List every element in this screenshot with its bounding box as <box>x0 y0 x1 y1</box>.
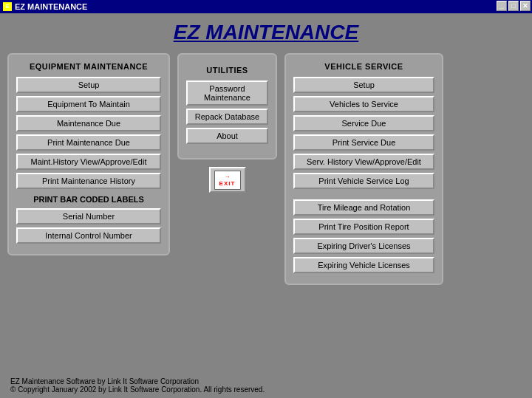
tire-mileage-button[interactable]: Tire Mileage and Rotation <box>293 199 434 216</box>
title-bar: E EZ MAINTENANCE _ □ ✕ <box>0 0 532 13</box>
footer-line1: EZ Maintenance Software by Link It Softw… <box>10 377 265 385</box>
maint-history-button[interactable]: Maint.History View/Approve/Edit <box>16 154 161 170</box>
middle-column: UTILITIES Password Maintenance Repack Da… <box>177 53 277 193</box>
window-title: EZ MAINTENANCE <box>15 2 87 11</box>
exit-arrow-icon: → <box>225 174 231 180</box>
print-maintenance-history-button[interactable]: Print Maintenance History <box>16 173 161 189</box>
equipment-panel-title: EQUIPMENT MAINTENANCE <box>16 62 161 71</box>
setup-equipment-button[interactable]: Setup <box>16 77 161 93</box>
serv-history-button[interactable]: Serv. History View/Approve/Edit <box>293 154 434 170</box>
serial-number-button[interactable]: Serial Number <box>16 208 161 224</box>
utilities-panel: UTILITIES Password Maintenance Repack Da… <box>177 53 277 159</box>
exit-button[interactable]: → EXIT <box>209 167 246 193</box>
app-title: EZ MAINTENANCE <box>7 21 525 44</box>
main-content: EZ MAINTENANCE EQUIPMENT MAINTENANCE Set… <box>0 13 532 398</box>
expiring-drivers-licenses-button[interactable]: Expiring Driver's Licenses <box>293 238 434 254</box>
maximize-button[interactable]: □ <box>508 1 519 11</box>
panels-row: EQUIPMENT MAINTENANCE Setup Equipment To… <box>7 53 525 285</box>
vehicles-to-service-button[interactable]: Vehicles to Service <box>293 96 434 112</box>
exit-sign: → EXIT <box>214 171 241 190</box>
equipment-to-maintain-button[interactable]: Equipment To Maintain <box>16 96 161 112</box>
about-button[interactable]: About <box>186 128 268 144</box>
labels-section-title: PRINT BAR CODED LABELS <box>16 195 161 204</box>
print-maintenance-due-button[interactable]: Print Maintenance Due <box>16 134 161 151</box>
vehicle-panel: VEHICLE SERVICE Setup Vehicles to Servic… <box>284 53 443 285</box>
vehicle-panel-title: VEHICLE SERVICE <box>293 62 434 71</box>
exit-label: EXIT <box>219 180 236 187</box>
print-service-due-button[interactable]: Print Service Due <box>293 134 434 151</box>
app-icon: E <box>3 2 12 11</box>
close-button[interactable]: ✕ <box>520 1 531 11</box>
footer-line2: © Copyright January 2002 by Link It Soft… <box>10 385 265 394</box>
utilities-panel-title: UTILITIES <box>186 66 268 75</box>
minimize-button[interactable]: _ <box>497 1 507 11</box>
footer: EZ Maintenance Software by Link It Softw… <box>10 377 265 394</box>
expiring-vehicle-licenses-button[interactable]: Expiring Vehicle Licenses <box>293 257 434 273</box>
window-controls[interactable]: _ □ ✕ <box>497 1 531 11</box>
exit-container: → EXIT <box>209 167 246 193</box>
setup-vehicle-button[interactable]: Setup <box>293 77 434 93</box>
password-maintenance-button[interactable]: Password Maintenance <box>186 80 268 106</box>
print-vehicle-service-log-button[interactable]: Print Vehicle Service Log <box>293 173 434 189</box>
maintenance-due-button[interactable]: Maintenance Due <box>16 115 161 131</box>
print-tire-position-button[interactable]: Print Tire Position Report <box>293 219 434 235</box>
internal-control-number-button[interactable]: Internal Control Number <box>16 227 161 244</box>
service-due-button[interactable]: Service Due <box>293 115 434 131</box>
repack-database-button[interactable]: Repack Database <box>186 109 268 125</box>
equipment-panel: EQUIPMENT MAINTENANCE Setup Equipment To… <box>7 53 170 255</box>
